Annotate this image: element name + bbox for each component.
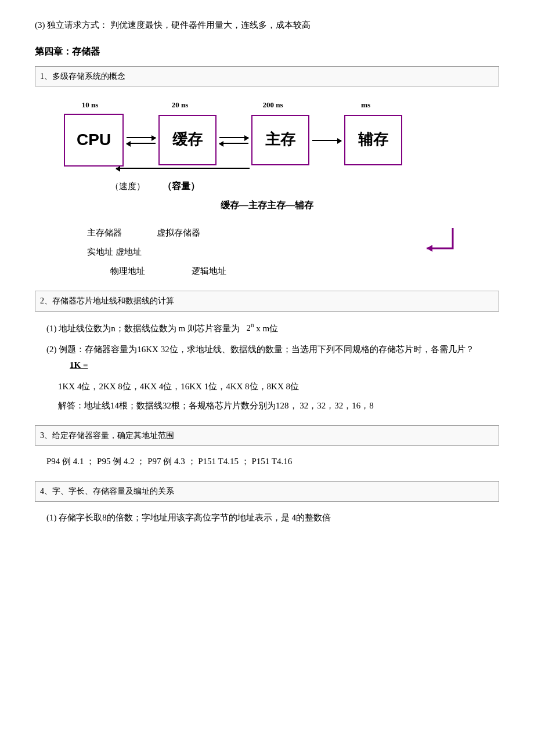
bottom-arrow-head [116, 166, 120, 172]
storage-labels-row: 主存储器 虚拟存储器 [64, 225, 418, 241]
arrow-polygon [427, 245, 432, 252]
cache-box: 缓存 [158, 115, 217, 165]
arrow-left-2 [219, 143, 248, 144]
label-logical-addr: 逻辑地址 [192, 263, 226, 279]
main-memory-box: 主存 [251, 115, 309, 165]
addr-labels-row: 物理地址 逻辑地址 [64, 263, 470, 279]
arrow-right-3 [312, 140, 341, 141]
arrow-main-aux [309, 138, 344, 143]
label-main-storage: 主存储器 [87, 225, 122, 241]
virtual-storage-section: 主存储器 虚拟存储器 实地址 虚地址 [64, 225, 470, 263]
speed-label-ms: ms [337, 98, 395, 111]
caption-capacity: （容量） [163, 178, 200, 195]
arrow-right-2 [219, 137, 248, 138]
speed-label-200ns: 200 ns [244, 98, 302, 111]
section3: 3、给定存储器容量，确定其地址范围 P94 例 4.1 ； P95 例 4.2 … [35, 425, 499, 469]
intro-section: (3) 独立请求方式： 判优速度最快，硬件器件用量大，连线多，成本较高 [35, 17, 499, 33]
section3-header: 3、给定存储器容量，确定其地址范围 [35, 425, 499, 446]
virtual-storage-text: 主存储器 虚拟存储器 实地址 虚地址 [64, 225, 418, 263]
bottom-arrow-row [116, 168, 470, 169]
chapter-title: 第四章：存储器 [35, 44, 499, 60]
curved-arrow-svg [418, 225, 459, 257]
label-real-addr: 实地址 虚地址 [64, 244, 418, 260]
arrow-cache-main [217, 135, 251, 146]
arrow-left-1 [127, 143, 156, 144]
label-physical-addr: 物理地址 [110, 263, 145, 279]
section2-answer: 解答：地址线14根；数据线32根；各规格芯片片数分别为128， 32，32，32… [35, 398, 499, 414]
boxes-row: CPU 缓存 主存 [64, 114, 470, 166]
caption-hierarchy: 缓存—主存主存—辅存 [64, 197, 470, 214]
caption-speed: （速度） [110, 179, 145, 194]
section1: 1、多级存储系统的概念 10 ns 20 ns 200 ns ms CPU [35, 66, 499, 280]
1k-label: 1K = [70, 360, 88, 370]
section2-item1: (1) 地址线位数为n；数据线位数为 m 则芯片容量为 2n x m位 [35, 320, 499, 337]
speed-label-20ns: 20 ns [151, 98, 209, 111]
arrow-right-1 [127, 137, 156, 138]
intro-item3: (3) 独立请求方式： 判优速度最快，硬件器件用量大，连线多，成本较高 [35, 17, 499, 33]
arrow-cpu-cache [124, 135, 158, 146]
section4: 4、字、字长、存储容量及编址的关系 (1) 存储字长取8的倍数；字地址用该字高位… [35, 481, 499, 525]
arrow-path [427, 228, 453, 248]
cpu-box: CPU [64, 114, 124, 166]
section2-chips: 1KX 4位，2KX 8位，4KX 4位，16KX 1位，4KX 8位，8KX … [35, 379, 499, 395]
section4-header: 4、字、字长、存储容量及编址的关系 [35, 481, 499, 501]
speed-label-10ns: 10 ns [64, 98, 116, 111]
section2-header: 2、存储器芯片地址线和数据线的计算 [35, 291, 499, 311]
aux-storage-box: 辅存 [344, 115, 402, 165]
formula-2n: 2n [247, 324, 254, 332]
section4-item1: (1) 存储字长取8的倍数；字地址用该字高位字节的地址表示，是 4的整数倍 [35, 510, 499, 526]
section2: 2、存储器芯片地址线和数据线的计算 (1) 地址线位数为n；数据线位数为 m 则… [35, 291, 499, 414]
memory-hierarchy-diagram: 10 ns 20 ns 200 ns ms CPU 缓存 [64, 98, 470, 279]
superscript-n: n [251, 322, 254, 330]
caption-row: （速度） （容量） [64, 178, 470, 195]
section3-item1: P94 例 4.1 ； P95 例 4.2 ； P97 例 4.3 ； P151… [35, 454, 499, 469]
bottom-arrow-line [116, 168, 250, 169]
curved-arrow [418, 225, 464, 262]
section2-item2-intro: (2) 例题：存储器容量为16KX 32位，求地址线、数据线的数量；当选用下列不… [35, 342, 499, 373]
section1-header: 1、多级存储系统的概念 [35, 66, 499, 86]
label-virtual-storage: 虚拟存储器 [157, 225, 200, 241]
